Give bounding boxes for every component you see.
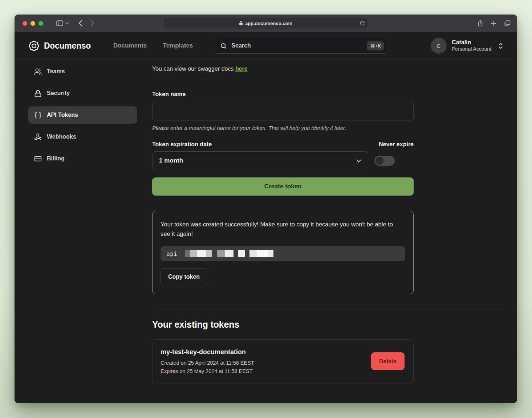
settings-sidebar: Teams Security API Tokens <box>28 60 137 403</box>
token-prefix: api_ <box>166 250 181 257</box>
credit-card-icon <box>34 155 42 163</box>
token-name-label: Token name <box>152 91 505 98</box>
never-expire-label: Never expire <box>379 141 414 148</box>
search-placeholder: Search <box>231 42 251 49</box>
token-name-helper: Please enter a meaningful name for your … <box>152 125 505 131</box>
create-token-button[interactable]: Create token <box>152 177 414 196</box>
browser-sidebar-icon[interactable] <box>56 20 63 26</box>
zoom-window-button[interactable] <box>38 21 43 26</box>
chevrons-up-down-icon <box>498 43 503 49</box>
avatar: C <box>431 38 447 54</box>
token-card-created: Created on 25 April 2024 at 11:58 EEST <box>161 360 371 366</box>
expiration-selected-value: 1 month <box>159 157 183 164</box>
browser-toolbar-right <box>478 20 511 26</box>
nav-templates[interactable]: Templates <box>163 42 193 49</box>
address-bar-url: app.documenso.com <box>245 21 292 26</box>
documenso-app: Documenso Documents Templates Search ⌘+K… <box>15 32 517 403</box>
profile-menu[interactable]: C Catalin Personal Account <box>431 38 503 54</box>
sidebar-item-label: Billing <box>47 155 65 162</box>
expiration-select[interactable]: 1 month <box>152 151 368 170</box>
reload-icon[interactable] <box>360 21 365 26</box>
token-card-expires: Expires on 25 May 2024 at 11:58 EEST <box>161 368 371 374</box>
nav-documents[interactable]: Documents <box>113 42 147 49</box>
forward-button[interactable] <box>90 20 94 26</box>
brand[interactable]: Documenso <box>28 40 91 52</box>
app-body: Teams Security API Tokens <box>15 60 517 403</box>
divider <box>152 309 505 309</box>
divider <box>152 78 505 78</box>
expiration-labels-row: Token expiration date Never expire <box>152 141 414 148</box>
sidebar-item-label: Teams <box>47 68 65 75</box>
browser-toolbar: app.documenso.com <box>15 15 517 32</box>
close-window-button[interactable] <box>23 21 27 26</box>
token-card: my-test-key-documentation Created on 25 … <box>152 339 414 384</box>
redacted-token <box>185 250 273 257</box>
lock-icon <box>34 90 42 97</box>
sidebar-chevron-down-icon[interactable] <box>65 22 69 25</box>
api-tokens-panel: You can view our swagger docs here Token… <box>152 60 505 403</box>
profile-account-type: Personal Account <box>452 46 491 53</box>
delete-token-button[interactable]: Delete <box>371 352 405 370</box>
sidebar-item-api-tokens[interactable]: API Tokens <box>28 106 137 124</box>
sidebar-item-label: Security <box>47 90 70 97</box>
minimize-window-button[interactable] <box>31 21 35 26</box>
swagger-docs-text: You can view our swagger docs <box>152 66 235 72</box>
browser-window: app.documenso.com Docu <box>15 15 517 403</box>
swagger-docs-link[interactable]: here <box>235 66 248 72</box>
toggle-knob <box>375 157 383 165</box>
token-name-input[interactable] <box>152 102 414 120</box>
swagger-docs-line: You can view our swagger docs here <box>152 66 505 72</box>
address-bar[interactable]: app.documenso.com <box>164 18 368 29</box>
sidebar-item-teams[interactable]: Teams <box>28 63 137 80</box>
token-value-field[interactable]: api_ <box>161 246 405 261</box>
back-button[interactable] <box>78 20 82 26</box>
search-icon <box>220 42 227 49</box>
sidebar-item-webhooks[interactable]: Webhooks <box>28 128 137 146</box>
profile-name: Catalin <box>452 39 491 46</box>
token-created-alert: Your token was created successfully! Mak… <box>152 211 414 294</box>
token-card-meta: my-test-key-documentation Created on 25 … <box>161 348 371 374</box>
lock-icon <box>239 21 243 25</box>
copy-token-button[interactable]: Copy token <box>161 268 207 285</box>
webhook-icon <box>34 133 42 141</box>
search-input[interactable]: Search ⌘+K <box>214 38 388 54</box>
sidebar-item-billing[interactable]: Billing <box>28 150 137 167</box>
chevron-down-icon <box>356 159 361 163</box>
top-nav: Documents Templates <box>113 42 193 49</box>
new-tab-icon[interactable] <box>491 21 496 26</box>
app-header: Documenso Documents Templates Search ⌘+K… <box>15 32 517 60</box>
token-created-message: Your token was created successfully! Mak… <box>161 220 404 238</box>
existing-tokens-heading: Your existing tokens <box>152 319 505 330</box>
never-expire-toggle-wrap <box>368 156 414 166</box>
tabs-overview-icon[interactable] <box>504 20 511 26</box>
users-icon <box>34 68 42 75</box>
share-icon[interactable] <box>478 20 483 26</box>
never-expire-toggle[interactable] <box>374 156 395 166</box>
documenso-logo-icon <box>28 40 40 52</box>
profile-meta: Catalin Personal Account <box>452 39 491 53</box>
sidebar-item-label: Webhooks <box>47 134 76 140</box>
sidebar-item-label: API Tokens <box>47 112 78 118</box>
traffic-lights <box>23 21 43 26</box>
expiration-row: 1 month <box>152 151 414 170</box>
search-shortcut-badge: ⌘+K <box>367 41 384 50</box>
sidebar-item-security[interactable]: Security <box>28 85 137 102</box>
token-expiration-label: Token expiration date <box>152 141 212 148</box>
braces-icon <box>34 111 42 119</box>
brand-title: Documenso <box>44 41 91 51</box>
token-card-name: my-test-key-documentation <box>161 348 371 356</box>
